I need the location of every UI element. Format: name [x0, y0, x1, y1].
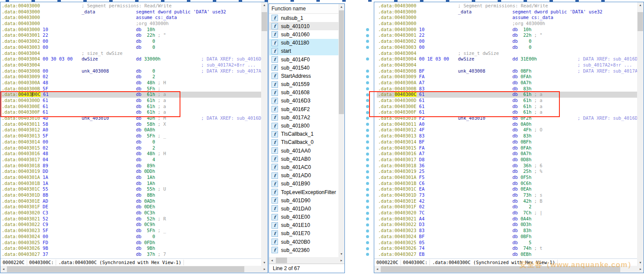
disasm-row[interactable]: .data:00403000 10db 10h: [0, 27, 261, 33]
disasm-row[interactable]: .data:00403019 DDdb 0DDh: [0, 169, 261, 175]
function-row[interactable]: fsub_401AA0: [269, 147, 338, 155]
disasm-row[interactable]: .data:0040301E 42db 42h ; B: [377, 198, 637, 204]
function-row[interactable]: fsub_4016D3: [269, 97, 338, 105]
disasm-row[interactable]: .data:00403015 FAdb 0FAh: [377, 145, 637, 151]
disasm-row[interactable]: .data:0040300F 61db 61h ; a: [377, 109, 637, 115]
scrollbar-thumb[interactable]: [262, 12, 267, 31]
scrollbar-thumb[interactable]: [276, 258, 287, 263]
function-row[interactable]: fsub_401800: [269, 121, 338, 130]
disasm-row[interactable]: .data:00403000assume cs:_data: [0, 15, 261, 21]
disasm-row[interactable]: .data:0040300E 61db 61h ; a: [377, 104, 637, 110]
disasm-row[interactable]: .data:00403004; size_t dwSize: [0, 51, 261, 57]
scroll-down-icon[interactable]: ▾: [338, 251, 344, 257]
function-row[interactable]: fsub_401559: [269, 80, 338, 89]
disasm-row[interactable]: .data:0040300F 61db 61h ; a: [0, 109, 261, 115]
function-row[interactable]: fsub_4014F0: [269, 55, 338, 64]
disasm-row[interactable]: .data:0040300D 61db 61h ; a: [377, 98, 637, 104]
disasm-row[interactable]: .data:00403016 48db 48h ; H: [0, 151, 261, 157]
disasm-row[interactable]: .data:00403017 D8db 0D8h: [377, 157, 637, 163]
disasm-row[interactable]: .data:00403015 02db 2: [0, 145, 261, 151]
scroll-down-icon[interactable]: ▾: [637, 260, 644, 266]
disasm-row[interactable]: .data:00403002 00db 0: [0, 38, 261, 45]
disasm-row[interactable]: .data:00403014 00db 0: [0, 139, 261, 145]
function-row[interactable]: fsub_4017A2: [269, 113, 338, 121]
disasm-row[interactable]: .data:0040301F DEdb 0DEh: [0, 204, 261, 210]
disasm-row[interactable]: .data:00403009 02db 2: [0, 74, 261, 80]
scrollbar-thumb[interactable]: [638, 12, 643, 31]
disasm-row[interactable]: .data:00403018 89db 89h: [0, 163, 261, 169]
vertical-scrollbar[interactable]: ▴ ▾: [261, 2, 268, 266]
disasm-row[interactable]: .data:0040300B 83db 83h: [377, 86, 637, 92]
disasm-row[interactable]: .data:00403011 A0db 0A0h: [377, 121, 637, 127]
disasm-row[interactable]: .data:00403027 EBdb 0EBh: [377, 252, 637, 258]
function-row[interactable]: fsub_401E00: [269, 213, 338, 221]
function-row[interactable]: fsub_401010: [269, 22, 338, 30]
function-row[interactable]: fTlsCallback_1: [269, 130, 338, 138]
disasm-row[interactable]: .data:00403003 00db 0: [377, 45, 637, 51]
disasm-row[interactable]: .data:00403008 BFunk_403008db 0BFh; DATA…: [377, 68, 637, 74]
function-row[interactable]: fnullsub_1: [269, 14, 338, 22]
disasm-row[interactable]: .data:0040301D 8Bdb 8Bh: [0, 192, 261, 198]
disasm-row[interactable]: .data:0040300B 5Fdb 5Fh ; _: [0, 86, 261, 92]
disasm-row[interactable]: .data:00403010 4Dunk_403010db 4Dh ; M; D…: [0, 115, 261, 121]
disasm-row[interactable]: .data:00403018 36db 36h ; 6: [377, 163, 637, 169]
function-row[interactable]: fsub_401D90: [269, 196, 338, 204]
disasm-row[interactable]: .data:00403022 C9db 0C9h: [0, 222, 261, 228]
function-row[interactable]: fsub_401E10: [269, 221, 338, 229]
disasm-row[interactable]: .data:00403012 4Fdb 4Fh ; O: [377, 127, 637, 133]
disasm-row[interactable]: .data:00403013 5Fdb 5Fh ; _: [0, 133, 261, 139]
function-row[interactable]: fTlsCallback_0: [269, 138, 338, 147]
function-row[interactable]: fsub_401AC0: [269, 163, 338, 171]
horizontal-scrollbar[interactable]: ◂ ▸: [269, 257, 344, 264]
scrollbar-thumb[interactable]: [381, 266, 620, 272]
function-row[interactable]: fsub_401E70: [269, 229, 338, 238]
disasm-row[interactable]: .data:00403024 00db 0: [0, 234, 261, 240]
disasm-row[interactable]: .data:0040301F 02db 2: [377, 204, 637, 210]
function-row[interactable]: fsub_401AD0: [269, 172, 338, 180]
disasm-row[interactable]: .data:00403000; Segment permissions: Rea…: [0, 3, 261, 9]
disasm-row[interactable]: .data:00403000assume cs:_data: [377, 15, 637, 21]
function-row[interactable]: fsub_402360: [269, 246, 338, 254]
function-row[interactable]: fsub_4016F2: [269, 105, 338, 113]
function-row[interactable]: fstart: [269, 47, 338, 55]
scrollbar-thumb[interactable]: [339, 10, 344, 114]
disasm-row[interactable]: .data:00403021 A4db 0A4h: [377, 216, 637, 222]
disasm-row[interactable]: .data:00403002 00db 0: [377, 38, 637, 45]
disasm-row[interactable]: .data:00403023 5Fdb 5Fh ; _: [0, 228, 261, 234]
disasm-row[interactable]: .data:00403021 52db 52h ; R: [0, 216, 261, 222]
disasm-row[interactable]: .data:00403012 A0db 0A0h: [0, 127, 261, 133]
disasm-row[interactable]: .data:00403004 00 1E 03 00dwSizedd 31E00…: [377, 56, 637, 62]
disasm-row[interactable]: .data:0040301D 73db 73h ; s: [377, 192, 637, 198]
disasm-row[interactable]: .data:0040301B C6db 0C6h: [377, 181, 637, 187]
horizontal-scrollbar[interactable]: ◂ ▸: [374, 266, 644, 273]
scrollbar-thumb[interactable]: [7, 266, 244, 272]
function-row[interactable]: fsub_401060: [269, 30, 338, 38]
disasm-row[interactable]: .data:00403025 05db 5: [377, 240, 637, 246]
function-row[interactable]: fsub_401180: [269, 39, 338, 47]
function-row[interactable]: fsub_401B90: [269, 180, 338, 188]
disasm-row[interactable]: .data:0040301A F5db 0F5h: [377, 175, 637, 181]
disasm-row[interactable]: .data:00403004; size_t dwSize: [377, 51, 637, 57]
disasm-row[interactable]: .data:00403022 D3db 0D3h: [377, 222, 637, 228]
disasm-row[interactable]: .data:00403017 04db 4: [0, 157, 261, 163]
disasm-row[interactable]: .data:00403000_datasegment dword public …: [377, 9, 637, 15]
disasm-row[interactable]: .data:0040300C 61db 61h ; a: [0, 92, 261, 98]
vertical-scrollbar[interactable]: ▴ ▾: [637, 2, 644, 266]
scroll-down-icon[interactable]: ▾: [261, 260, 268, 266]
disasm-row[interactable]: .data:00403004 00 30 03 00dwSizedd 33000…: [0, 56, 261, 62]
function-row[interactable]: fsub_401540: [269, 64, 338, 72]
scroll-left-icon[interactable]: ◂: [269, 257, 275, 264]
vertical-scrollbar[interactable]: ▴ ▾: [338, 4, 344, 257]
horizontal-scrollbar[interactable]: ◂ ▸: [0, 266, 268, 273]
disasm-row[interactable]: .data:00403013 83db 83h: [377, 133, 637, 139]
disasm-row[interactable]: .data:00403016 A7db 0A7h: [377, 151, 637, 157]
function-row[interactable]: fsub_4020B0: [269, 238, 338, 246]
disasm-row[interactable]: .data:0040301A 1Adb 1Ah: [0, 175, 261, 181]
disasm-row[interactable]: .data:0040301C 55db 55h ; U: [0, 186, 261, 192]
disasm-row[interactable]: .data:00403003 00db 0: [0, 45, 261, 51]
scroll-left-icon[interactable]: ◂: [374, 266, 380, 273]
disasm-row[interactable]: .data:00403000;org 403000h: [0, 21, 261, 27]
scroll-right-icon[interactable]: ▸: [262, 266, 268, 273]
disasm-row[interactable]: .data:0040300A A7db 0A7h: [377, 80, 637, 86]
scroll-right-icon[interactable]: ▸: [338, 257, 344, 264]
